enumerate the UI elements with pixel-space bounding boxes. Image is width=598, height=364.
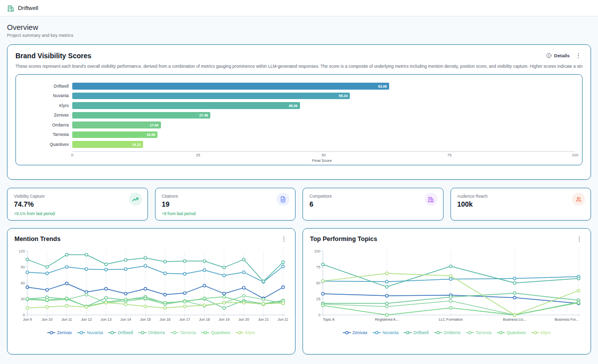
svg-text:50: 50	[316, 281, 320, 285]
details-button[interactable]: Details	[546, 53, 570, 58]
legend-marker-icon	[497, 330, 505, 335]
legend-marker-icon	[531, 330, 539, 335]
data-point	[385, 285, 388, 288]
data-point	[163, 293, 166, 296]
bar: 45.26	[72, 102, 300, 109]
bar-row: Zenivax27.48	[23, 111, 575, 121]
stat-card-competitors: Competitors 6	[302, 188, 444, 221]
data-point	[282, 261, 285, 264]
data-point	[242, 271, 245, 274]
data-point	[124, 268, 127, 271]
legend-item-nuvanta[interactable]: Nuvanta	[373, 330, 398, 335]
bar-value-label: 17.64	[150, 123, 158, 126]
card-menu-kebab-icon[interactable]: ⋮	[574, 52, 583, 59]
legend-item-driftwell[interactable]: Driftwell	[108, 330, 133, 335]
data-point	[65, 265, 68, 268]
bar-value-label: 45.26	[289, 104, 298, 107]
data-point	[513, 292, 516, 295]
bar-row: Nuvanta55.24	[23, 91, 575, 101]
legend-item-omberra[interactable]: Omberra	[434, 330, 460, 335]
svg-text:Jun 18: Jun 18	[199, 317, 210, 322]
legend-item-zenivax[interactable]: Zenivax	[343, 330, 367, 335]
data-point	[321, 263, 324, 266]
legend-marker-icon	[343, 330, 351, 335]
x-axis-tick: 50	[321, 153, 326, 157]
svg-text:LLC Formation: LLC Formation	[439, 317, 462, 322]
data-point	[282, 302, 285, 305]
legend-item-driftwell[interactable]: Driftwell	[404, 330, 429, 335]
legend-item-quantivex[interactable]: Quantivex	[201, 330, 230, 335]
data-point	[262, 302, 265, 305]
data-point	[163, 301, 166, 304]
svg-text:Jun 21: Jun 21	[258, 317, 269, 322]
data-point	[321, 280, 324, 283]
data-point	[203, 304, 206, 307]
data-point	[385, 305, 388, 308]
brand-name: Driftwell	[18, 5, 38, 11]
data-point	[282, 265, 285, 268]
stat-delta: +9.1% from last period	[14, 212, 141, 216]
stat-label: Competitors	[309, 194, 437, 199]
top-topics-chart: 0255075100Topic ARegistered A...LLC Form…	[310, 247, 584, 326]
data-point	[26, 271, 29, 274]
data-point	[144, 297, 147, 300]
mention-trends-legend: ZenivaxNuvantaDriftwellOmberraTarnexiaQu…	[14, 330, 288, 335]
dashboard-page: Driftwell Overview Project summary and k…	[0, 0, 598, 364]
legend-label: Driftwell	[118, 330, 133, 335]
data-point	[577, 301, 580, 304]
bar: 14.11	[72, 141, 143, 148]
bar-chart-panel: Driftwell63.06Nuvanta55.24Klyro45.26Zeni…	[15, 74, 583, 165]
legend-item-zenivax[interactable]: Zenivax	[47, 330, 72, 335]
data-point	[242, 258, 245, 261]
bar-category-label: Tarnexia	[23, 132, 72, 137]
bar-chart-x-axis-title: Final Score	[23, 158, 575, 163]
data-point	[144, 256, 147, 259]
data-point	[105, 296, 108, 299]
stat-value: 74.7%	[14, 200, 141, 208]
data-point	[203, 269, 206, 272]
data-point	[183, 292, 186, 295]
legend-item-tarnexia[interactable]: Tarnexia	[170, 330, 196, 335]
stat-label: Visibility Capture	[14, 194, 141, 199]
bar-value-label: 63.06	[378, 84, 387, 88]
svg-text:25: 25	[316, 297, 320, 301]
legend-item-klyro[interactable]: Klyro	[236, 330, 255, 335]
data-point	[46, 272, 49, 275]
legend-item-nuvanta[interactable]: Nuvanta	[77, 330, 103, 335]
data-point	[183, 300, 186, 303]
file-icon	[277, 193, 290, 206]
svg-text:Business Lic...: Business Lic...	[503, 317, 526, 322]
legend-item-klyro[interactable]: Klyro	[531, 330, 551, 335]
legend-label: Klyro	[541, 330, 551, 335]
top-topics-kebab-icon[interactable]: ⋮	[575, 236, 584, 242]
users-icon	[572, 193, 585, 206]
legend-label: Nuvanta	[382, 330, 398, 335]
brand-visibility-card: Brand Visibility Scores Details ⋮ These …	[7, 44, 591, 180]
data-point	[385, 314, 388, 317]
data-point	[46, 299, 49, 302]
legend-item-quantivex[interactable]: Quantivex	[497, 330, 526, 335]
data-point	[46, 306, 49, 309]
legend-item-tarnexia[interactable]: Tarnexia	[466, 330, 491, 335]
bar-category-label: Klyro	[23, 103, 72, 108]
legend-item-omberra[interactable]: Omberra	[139, 330, 165, 335]
svg-text:0: 0	[318, 313, 320, 317]
top-topics-title: Top Performing Topics	[310, 236, 377, 243]
data-point	[26, 258, 29, 261]
building-icon	[425, 193, 438, 206]
data-point	[262, 298, 265, 301]
info-icon	[546, 53, 552, 58]
svg-text:Jun 15: Jun 15	[140, 317, 151, 322]
data-point	[449, 307, 452, 310]
legend-marker-icon	[404, 330, 412, 335]
data-point	[105, 287, 108, 290]
svg-text:75: 75	[316, 265, 320, 269]
data-point	[449, 265, 452, 268]
data-point	[46, 288, 49, 291]
data-point	[144, 305, 147, 308]
data-point	[449, 274, 452, 277]
data-point	[242, 294, 245, 297]
mention-trends-kebab-icon[interactable]: ⋮	[280, 236, 288, 242]
svg-text:Jun 19: Jun 19	[219, 317, 230, 322]
charts-row: Mention Trends ⋮ 0306090120Jun 9Jun 10Ju…	[7, 228, 591, 355]
